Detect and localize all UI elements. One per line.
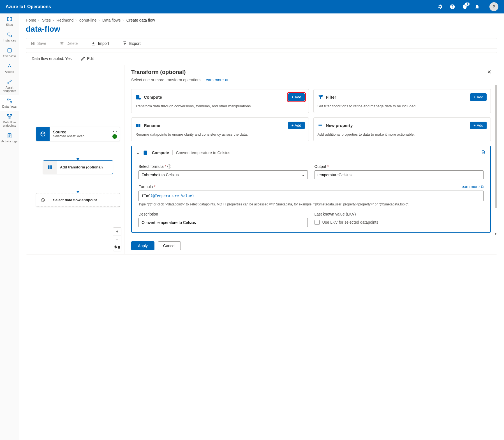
zoom-fit[interactable]: �◼ (113, 243, 121, 251)
crumb-home[interactable]: Home (26, 18, 36, 22)
info-icon[interactable]: i (167, 165, 171, 168)
sidenav: Sites Instances Overview Assets Asset en… (0, 13, 19, 440)
toolbar: Save Delete Import Export (26, 38, 497, 49)
endpoint-icon (36, 193, 50, 207)
save-button[interactable]: Save (31, 41, 46, 46)
help-icon[interactable] (450, 4, 455, 10)
node-transform[interactable]: Add transform (optional) (43, 160, 113, 174)
breadcrumb: Home› Sites› Redmond› donut-line› Data f… (26, 18, 497, 22)
svg-rect-4 (8, 48, 11, 52)
svg-rect-13 (48, 165, 49, 169)
zoom-in[interactable]: + (113, 228, 121, 235)
transform-icon (43, 161, 57, 174)
alert-badge: 1 (465, 2, 470, 6)
bell-icon[interactable] (474, 4, 480, 10)
export-button[interactable]: Export (122, 41, 140, 46)
svg-rect-11 (9, 117, 10, 119)
svg-rect-0 (7, 17, 9, 21)
svg-rect-20 (138, 124, 140, 127)
svg-rect-14 (50, 165, 52, 169)
svg-rect-19 (136, 124, 138, 127)
cancel-button[interactable]: Cancel (158, 241, 181, 250)
formula-select[interactable]: Fahrenheit to Celsius (138, 170, 308, 179)
sidenav-overview[interactable]: Overview (0, 45, 19, 61)
source-sub: Selected Asset: oven (53, 134, 116, 138)
more-icon[interactable]: ⋯ (113, 129, 117, 134)
svg-rect-10 (10, 115, 11, 116)
status-bar: Data flow enabled: Yes Edit (26, 52, 497, 65)
crumb-redmond[interactable]: Redmond (57, 18, 74, 22)
formula-learn-more[interactable]: Learn more ⧉ (460, 184, 484, 189)
panel-footer: Apply Cancel (124, 237, 497, 254)
sidenav-dataflow-endpoints[interactable]: Data flow endpoints (0, 111, 19, 130)
add-filter-button[interactable]: + Add (470, 93, 487, 101)
op-newprop: New property + Add Add additional proper… (313, 117, 491, 141)
svg-rect-16 (136, 95, 140, 99)
svg-point-3 (10, 35, 11, 37)
chevron-down-icon[interactable]: ⌄ (136, 150, 140, 155)
svg-rect-7 (7, 99, 9, 100)
sidenav-asset-endpoints[interactable]: Asset endpoints (0, 76, 19, 95)
add-compute-button[interactable]: + Add (288, 93, 305, 101)
content-card: Data flow enabled: Yes Edit Source Selec… (26, 52, 497, 254)
crumb-donut[interactable]: donut-line (79, 18, 97, 22)
sidenav-activity-logs[interactable]: Activity logs (0, 130, 19, 146)
compute-block: ⌄ Compute Convert temperature to Celsius (131, 146, 491, 233)
svg-point-17 (139, 98, 141, 99)
op-rename: Rename + Add Rename datapoints to ensure… (131, 117, 309, 141)
svg-point-18 (321, 95, 323, 97)
topbar-icons: 1 P (437, 2, 498, 11)
crumb-dataflows[interactable]: Data flows (102, 18, 121, 22)
svg-rect-9 (7, 115, 9, 116)
cube-icon (36, 127, 50, 141)
source-title: Source (53, 130, 116, 134)
output-input[interactable] (315, 170, 484, 179)
app-title: Azure IoT Operations (6, 4, 437, 9)
scrollbar[interactable] (495, 85, 497, 208)
transform-panel: ✕ Transform (optional) Select one or mor… (124, 65, 497, 254)
crumb-current: Create data flow (126, 18, 155, 22)
edit-button[interactable]: Edit (81, 56, 94, 61)
status-label: Data flow enabled: Yes (32, 56, 71, 61)
add-newprop-button[interactable]: + Add (470, 122, 487, 129)
apply-button[interactable]: Apply (131, 241, 154, 250)
formula-hint: Type "@" or click "<datapoint>" to selec… (138, 202, 484, 207)
zoom-controls: + − �◼ (113, 227, 121, 251)
op-filter: Filter + Add Set filter conditions to re… (313, 89, 491, 113)
svg-rect-2 (8, 33, 10, 35)
import-button[interactable]: Import (91, 41, 109, 46)
trash-icon[interactable] (481, 150, 486, 156)
learn-more-link[interactable]: Learn more ⧉ (204, 78, 227, 82)
formula-input[interactable]: fToC(@Temperature.Value) (138, 191, 484, 201)
alerts-icon[interactable]: 1 (462, 4, 468, 10)
sidenav-data-flows[interactable]: Data flows (0, 95, 19, 111)
svg-rect-8 (10, 102, 11, 103)
close-icon[interactable]: ✕ (487, 69, 491, 75)
sidenav-sites[interactable]: Sites (0, 13, 19, 29)
main: Home› Sites› Redmond› donut-line› Data f… (19, 13, 504, 440)
check-icon (112, 134, 117, 139)
sidenav-instances[interactable]: Instances (0, 29, 19, 45)
gear-icon[interactable] (437, 4, 443, 10)
svg-rect-1 (10, 17, 11, 21)
crumb-sites[interactable]: Sites (42, 18, 51, 22)
svg-rect-21 (144, 150, 147, 155)
node-source[interactable]: Source Selected Asset: oven ⋯ (36, 127, 120, 141)
op-compute: Compute + Add Transform data through con… (131, 89, 309, 113)
compute-icon (143, 150, 149, 156)
page-title: data-flow (26, 25, 497, 34)
lkv-checkbox[interactable]: Use LKV for selected datapoints (315, 218, 484, 225)
description-input[interactable] (138, 218, 308, 227)
zoom-out[interactable]: − (113, 235, 121, 243)
scroll-down-icon[interactable]: ▼ (494, 232, 497, 235)
sidenav-assets[interactable]: Assets (0, 61, 19, 76)
avatar[interactable]: P (489, 2, 498, 11)
panel-subtitle: Select one or more transform operations.… (131, 78, 490, 82)
topbar: Azure IoT Operations 1 P (0, 0, 504, 13)
canvas[interactable]: Source Selected Asset: oven ⋯ Add transf… (26, 65, 124, 254)
add-rename-button[interactable]: + Add (288, 122, 305, 129)
delete-button[interactable]: Delete (60, 41, 78, 46)
node-endpoint[interactable]: Select data flow endpoint (36, 193, 120, 207)
panel-title: Transform (optional) (131, 69, 490, 75)
